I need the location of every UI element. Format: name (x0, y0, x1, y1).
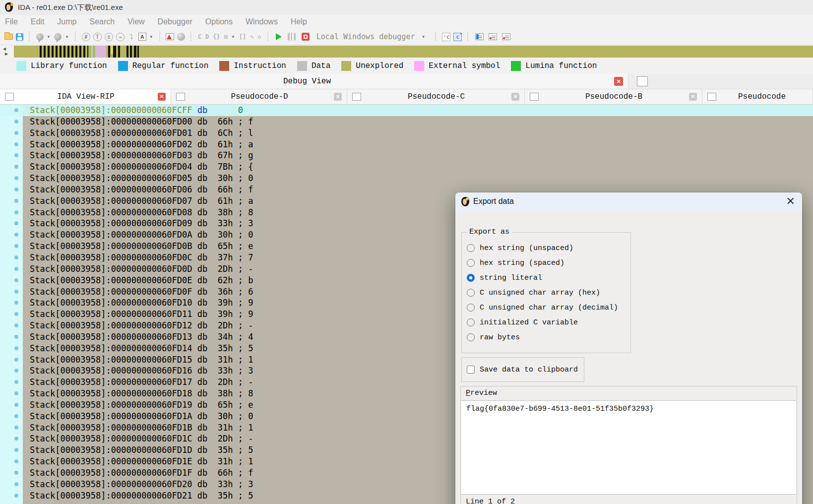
run-debug-button[interactable] (273, 31, 285, 43)
radio-initialized-c-variable[interactable]: initialized C variable (462, 315, 630, 330)
menu-edit[interactable]: Edit (31, 17, 45, 26)
menu-jump[interactable]: Jump (57, 17, 76, 26)
tab-close-icon[interactable]: ✕ (334, 93, 342, 101)
tab-close-icon[interactable]: ✕ (158, 93, 166, 101)
menu-options[interactable]: Options (205, 17, 233, 26)
dialog-titlebar[interactable]: Export data ✕ (455, 192, 802, 210)
jump-address-icon[interactable]: → (116, 33, 125, 41)
nav-forward-dropdown-icon[interactable]: ▼ (65, 35, 69, 39)
toolbar-separator (467, 32, 469, 42)
navigation-band-row: ◀▶ (0, 45, 813, 58)
menu-help[interactable]: Help (291, 17, 307, 26)
menu-file[interactable]: File (5, 17, 18, 26)
window-titlebar[interactable]: IDA - re01.exe D:\下载\re01.exe (0, 0, 813, 15)
tab-ida-view-rip[interactable]: IDA View-RIP ✕ (0, 89, 171, 104)
convert-number-icon[interactable]: # (82, 33, 90, 41)
nav-back-icon[interactable] (34, 31, 45, 43)
string-type-dropdown-icon[interactable]: ▼ (149, 35, 153, 39)
open-file-icon[interactable] (3, 31, 14, 43)
row-marker-dot (14, 199, 18, 203)
legend-external-symbol: External symbol (414, 61, 500, 71)
row-marker-dot (14, 244, 18, 248)
save-icon[interactable] (14, 31, 25, 43)
watches-window-icon[interactable] (502, 33, 510, 40)
navband-scroll-arrows[interactable]: ◀▶ (3, 45, 11, 58)
apply-type-icon[interactable]: T (93, 33, 102, 41)
radio-hex-string-spaced[interactable]: hex string (spaced) (462, 255, 630, 270)
source-view-icon[interactable]: ᶜc (442, 33, 450, 41)
preview-textarea[interactable]: flag{0fa830e7-b699-4513-8e01-51f35b0f329… (461, 400, 796, 495)
create-struct-icon[interactable]: C (198, 33, 201, 40)
debug-view-separator (628, 74, 628, 89)
menu-debugger[interactable]: Debugger (158, 17, 192, 26)
stop-debug-button[interactable] (299, 31, 313, 43)
diamond-icon[interactable]: ◇ (258, 33, 261, 40)
ror-operation-icon[interactable]: ≡ (105, 33, 113, 41)
legend-swatch (219, 61, 229, 71)
legend-data: Data (297, 61, 330, 71)
radio-hex-string-unspaced[interactable]: hex string (unspaced) (462, 241, 630, 255)
toolbar-separator (74, 32, 77, 42)
array-brackets-icon[interactable]: [] (239, 33, 246, 40)
row-marker-dot (14, 494, 18, 498)
stack-row-fd03[interactable]: Stack[00003958]:000000000060FD03 db 67h … (0, 150, 813, 161)
recent-view-icon[interactable] (637, 76, 648, 86)
braces-struct-icon[interactable]: {} (213, 33, 220, 40)
debugger-select[interactable]: Local Windows debugger ▼ (316, 32, 428, 41)
tab-close-icon[interactable]: ✕ (511, 93, 519, 101)
edit-pencil-icon[interactable]: ✎ (250, 33, 253, 40)
tab-pseudocode-a[interactable]: Pseudocode (702, 89, 813, 104)
debugger-select-value: Local Windows debugger (316, 32, 415, 41)
lumina-sphere-icon[interactable] (176, 31, 187, 43)
menu-search[interactable]: Search (89, 17, 115, 26)
window-dropdown-icon[interactable]: ▼ (231, 35, 235, 39)
debug-windows-icon[interactable] (475, 33, 484, 40)
export-data-dialog: Export data ✕ Export as hex string (unsp… (455, 192, 802, 504)
jump-down-icon[interactable]: ⤵ (126, 31, 137, 43)
stack-trace-icon[interactable] (489, 33, 497, 40)
nav-back-dropdown-icon[interactable]: ▼ (47, 35, 51, 39)
stack-row-fd04[interactable]: Stack[00003958]:000000000060FD04 db 7Bh … (0, 161, 813, 173)
source-step-icon[interactable]: c▸ (453, 33, 462, 41)
row-marker-dot (14, 188, 18, 191)
window-icon (5, 93, 14, 101)
row-marker-dot (14, 278, 18, 282)
menu-windows[interactable]: Windows (246, 17, 278, 26)
radio-string-literal[interactable]: string literal (462, 270, 630, 285)
stack-row-fd05[interactable]: Stack[00003958]:000000000060FD05 db 30h … (0, 173, 813, 184)
tab-pseudocode-b[interactable]: Pseudocode-B ✕ (525, 89, 702, 104)
navband-toggle-icon[interactable] (165, 31, 176, 43)
new-window-icon[interactable]: ⊞ (224, 33, 228, 40)
ascii-string-icon[interactable]: A (137, 31, 148, 43)
stack-row-fd02[interactable]: Stack[00003958]:000000000060FD02 db 61h … (0, 139, 813, 150)
stack-row-fcff[interactable]: Stack[00003958]:000000000060FCFF db 0 (0, 105, 813, 116)
declare-struct-icon[interactable]: D (205, 33, 209, 40)
row-marker-dot (14, 403, 18, 407)
legend-swatch (341, 61, 351, 71)
row-marker-dot (14, 426, 18, 430)
row-marker-dot (14, 176, 18, 180)
ida-window: IDA - re01.exe D:\下载\re01.exe File Edit … (0, 0, 813, 504)
pause-debug-button[interactable] (285, 31, 299, 43)
debug-view-close-icon[interactable]: ✕ (614, 77, 623, 86)
radio-raw-bytes[interactable]: raw bytes (462, 330, 630, 345)
save-to-clipboard-checkbox[interactable] (467, 366, 475, 374)
row-marker-dot (14, 369, 18, 373)
debug-view-tab[interactable]: Debug View (0, 77, 614, 86)
legend-swatch (16, 61, 26, 71)
row-marker-dot (14, 482, 18, 486)
navigation-band[interactable] (14, 46, 813, 58)
nav-forward-icon[interactable] (53, 31, 63, 43)
stack-row-fd00[interactable]: Stack[00003958]:000000000060FD00 db 66h … (0, 116, 813, 127)
tab-close-icon[interactable]: ✕ (689, 93, 697, 101)
tab-pseudocode-c[interactable]: Pseudocode-C ✕ (347, 89, 525, 104)
stack-row-fd01[interactable]: Stack[00003958]:000000000060FD01 db 6Ch … (0, 127, 813, 139)
toolbar-separator (28, 32, 31, 42)
radio-c-array-decimal[interactable]: C unsigned char array (decimal) (462, 300, 630, 315)
radio-c-array-hex[interactable]: C unsigned char array (hex) (462, 285, 630, 300)
menu-view[interactable]: View (127, 17, 144, 26)
dialog-close-icon[interactable]: ✕ (786, 196, 795, 206)
preview-panel: Preview flag{0fa830e7-b699-4513-8e01-51f… (460, 386, 797, 504)
row-marker-dot (14, 301, 18, 305)
tab-pseudocode-d[interactable]: Pseudocode-D ✕ (171, 89, 347, 104)
